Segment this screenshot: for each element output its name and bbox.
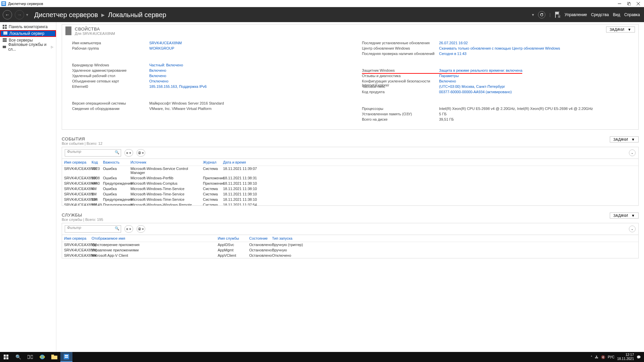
property-row: Объединение сетевых картОтключено xyxy=(72,79,342,84)
svg-rect-1 xyxy=(2,2,5,3)
property-value[interactable]: Сегодня в 11:43 xyxy=(439,52,467,57)
property-row: Версия операционной системыМайкрософт Wi… xyxy=(72,101,342,107)
cell: Приложение xyxy=(203,181,223,185)
services-query-button[interactable]: ⦿ ▼ xyxy=(137,225,145,233)
breadcrumb-root[interactable]: Диспетчер серверов xyxy=(34,11,98,19)
services-col-startup[interactable]: Тип запуска xyxy=(272,236,319,240)
property-row: Брандмауэр WindowsЧастный: Включено xyxy=(72,63,342,68)
property-value[interactable]: Параметры xyxy=(439,74,459,79)
services-col-state[interactable]: Состояние xyxy=(249,236,272,240)
services-col-name[interactable]: Имя службы xyxy=(218,236,249,240)
sidebar-item-label: Все серверы xyxy=(9,38,33,43)
property-value[interactable]: Защита в режиме реального времени: включ… xyxy=(439,68,522,74)
cell: AppVClient xyxy=(218,253,249,257)
services-tasks-button[interactable]: ЗАДАЧИ ▼ xyxy=(610,213,639,219)
events-tasks-button[interactable]: ЗАДАЧИ ▼ xyxy=(610,136,639,142)
table-row[interactable]: SRVK4UCEAX8NM4ОшибкаMicrosoft-Windows-Ti… xyxy=(62,186,638,191)
services-col-display[interactable]: Отображаемое имя xyxy=(92,236,218,240)
menu-tools[interactable]: Средства xyxy=(591,12,609,17)
cell: 10149 xyxy=(92,203,103,205)
events-col-datetime[interactable]: Дата и время xyxy=(223,160,270,164)
cell: Приложение xyxy=(203,176,223,180)
events-col-log[interactable]: Журнал xyxy=(203,160,223,164)
events-heading: СОБЫТИЯ xyxy=(62,136,102,141)
property-value[interactable]: SRVK4UCEAX8NM xyxy=(149,41,182,46)
property-value[interactable]: 26.07.2021 16:02 xyxy=(439,41,468,46)
cell: Удостоверение приложения xyxy=(92,243,218,247)
property-value[interactable]: Включено xyxy=(439,79,456,84)
nav-dropdown-icon[interactable]: ▾ xyxy=(26,12,28,17)
events-toolbar: Фильтр 🔍 ≡ ▼ ⦿ ▼ ⌄ xyxy=(62,147,639,159)
events-col-source[interactable]: Источник xyxy=(130,160,203,164)
property-value[interactable]: Включено xyxy=(149,68,166,74)
window-titlebar: Диспетчер серверов xyxy=(0,0,644,7)
property-label: Объединение сетевых карт xyxy=(72,79,149,84)
maximize-button[interactable] xyxy=(627,1,631,6)
services-expand-button[interactable]: ⌄ xyxy=(629,226,636,232)
property-value[interactable]: (UTC+03:00) Москва, Санкт-Петербург xyxy=(439,84,505,90)
property-value[interactable]: Скачивать только обновления с помощью Це… xyxy=(439,46,560,52)
svg-text:1: 1 xyxy=(558,15,560,18)
table-row[interactable]: SRVK4UCEAX8NM10149ПредупреждениеMicrosof… xyxy=(62,202,638,205)
table-row[interactable]: SRVK4UCEAX8NM1008ОшибкаMicrosoft-Windows… xyxy=(62,175,638,181)
table-row[interactable]: SRVK4UCEAX8NMУправление приложениямиAppM… xyxy=(62,247,638,253)
close-button[interactable] xyxy=(636,1,641,6)
property-value[interactable]: 00377-60000-00000-AA934 (активировано) xyxy=(439,90,512,95)
table-row[interactable]: SRVK4UCEAX8NM1ОшибкаMicrosoft-Windows-Ti… xyxy=(62,191,638,197)
property-value[interactable]: 185.158.155.163, Поддержка IPv6 xyxy=(149,84,207,90)
events-col-severity[interactable]: Важность xyxy=(103,160,130,164)
cell: Вручную (триггер) xyxy=(272,243,319,247)
table-row[interactable]: SRVK4UCEAX8NM134ПредупреждениеMicrosoft-… xyxy=(62,197,638,202)
svg-rect-18 xyxy=(3,40,7,41)
cell: SRVK4UCEAX8NM xyxy=(64,197,92,201)
property-value[interactable]: Отключено xyxy=(149,79,168,84)
property-label: Последняя проверка наличия обновлений xyxy=(362,52,439,57)
table-row[interactable]: SRVK4UCEAX8NMУдостоверение приложенияApp… xyxy=(62,242,638,247)
properties-subheading: Для SRVK4UCEAX8NM xyxy=(75,32,115,36)
minimize-button[interactable] xyxy=(617,1,622,6)
events-col-code[interactable]: Код xyxy=(92,160,103,164)
sidebar-item-file-services[interactable]: Файловые службы и сл... ▷ xyxy=(0,44,56,50)
cell: Ошибка xyxy=(103,176,130,180)
ribbon-dropdown-icon[interactable]: ▾ xyxy=(532,12,534,17)
property-value[interactable]: WORKGROUP xyxy=(149,46,174,52)
events-expand-button[interactable]: ⌄ xyxy=(629,149,636,156)
events-query-button[interactable]: ⦿ ▼ xyxy=(137,149,145,157)
property-value[interactable]: Частный: Включено xyxy=(149,63,183,68)
search-icon[interactable]: 🔍 xyxy=(115,150,119,155)
property-value: VMware, Inc. VMware Virtual Platform xyxy=(149,107,212,112)
menu-view[interactable]: Вид xyxy=(613,12,620,17)
sidebar-item-dashboard[interactable]: Панель мониторинга xyxy=(0,23,56,30)
events-view-options-button[interactable]: ≡ ▼ xyxy=(124,149,133,157)
property-row: Удаленный рабочий столВключено xyxy=(72,74,342,79)
services-filter-input[interactable]: Фильтр 🔍 xyxy=(65,225,121,233)
events-filter-input[interactable]: Фильтр 🔍 xyxy=(65,149,121,157)
services-col-server[interactable]: Имя сервера xyxy=(64,236,92,240)
properties-tasks-button[interactable]: ЗАДАЧИ ▼ xyxy=(606,26,635,33)
menu-help[interactable]: Справка xyxy=(624,12,640,17)
svg-rect-13 xyxy=(3,27,4,29)
svg-rect-2 xyxy=(2,4,5,5)
menu-manage[interactable]: Управление xyxy=(565,12,587,17)
events-col-server[interactable]: Имя сервера xyxy=(64,160,92,164)
property-value[interactable]: Включено xyxy=(149,74,166,79)
flag-icon[interactable]: 1 xyxy=(554,11,560,18)
table-row[interactable]: SRVK4UCEAX8NMMicrosoft App-V ClientAppVC… xyxy=(62,253,638,258)
nav-forward-button[interactable]: → xyxy=(15,10,24,19)
cell: 18.11.2021 11:38:10 xyxy=(223,197,270,201)
refresh-icon[interactable] xyxy=(538,11,545,18)
services-view-options-button[interactable]: ≡ ▼ xyxy=(124,225,133,233)
table-row[interactable]: SRVK4UCEAX8NM7023ОшибкаMicrosoft-Windows… xyxy=(62,166,638,175)
nav-back-button[interactable]: ← xyxy=(3,10,12,19)
breadcrumb: Диспетчер серверов ▸ Локальный сервер xyxy=(34,11,166,19)
chevron-down-icon: ▼ xyxy=(631,137,635,141)
sidebar-item-local-server[interactable]: Локальный сервер xyxy=(0,30,56,37)
property-value: 39,51 ГБ xyxy=(439,117,454,123)
property-label: Процессоры xyxy=(362,107,439,112)
svg-rect-16 xyxy=(3,33,7,35)
table-row[interactable]: SRVK4UCEAX8NM4440ПредупреждениеMicrosoft… xyxy=(62,181,638,186)
property-label: Имя компьютера xyxy=(72,41,149,46)
search-icon[interactable]: 🔍 xyxy=(115,226,119,231)
sidebar-item-label: Панель мониторинга xyxy=(9,24,48,29)
cell: Отключено xyxy=(272,253,319,257)
